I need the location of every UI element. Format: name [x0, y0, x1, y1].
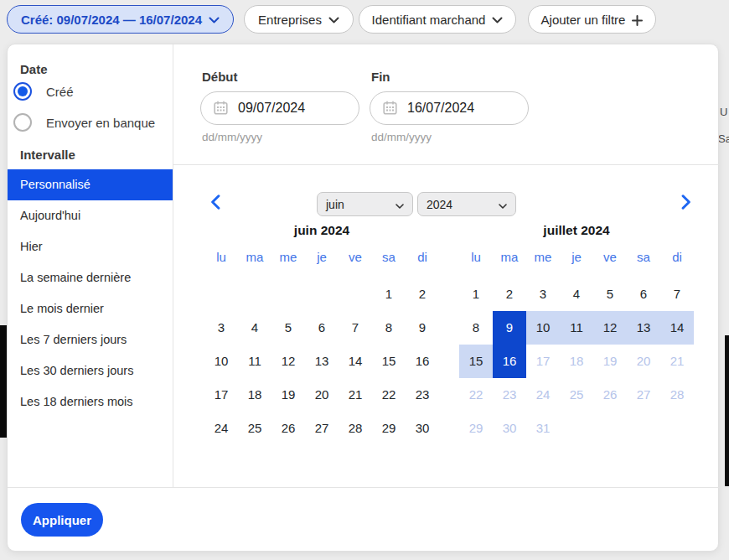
weekday-label: ve — [593, 246, 627, 269]
sidebar-divider — [173, 44, 173, 487]
calendar-day[interactable]: 27 — [305, 412, 339, 445]
calendar-day[interactable]: 8 — [459, 311, 493, 345]
calendar-day[interactable]: 13 — [627, 311, 660, 345]
year-select[interactable]: 2024 — [417, 192, 516, 216]
calendar-day[interactable]: 14 — [339, 345, 372, 378]
weekday-label: lu — [459, 246, 493, 269]
calendar-day[interactable]: 16 — [406, 345, 439, 378]
weekday-header-row: lumamejevesadi — [459, 246, 694, 269]
calendar-day[interactable]: 7 — [660, 277, 694, 311]
calendar-day[interactable]: 6 — [305, 311, 339, 345]
start-date-format-hint: dd/mm/yyyy — [202, 131, 262, 143]
calendar-day[interactable]: 16 — [493, 345, 526, 378]
interval-item-hier[interactable]: Hier — [8, 231, 173, 262]
calendar-day[interactable]: 21 — [339, 378, 372, 412]
calendar-day: 20 — [627, 345, 660, 378]
calendar-day[interactable]: 2 — [493, 277, 526, 311]
calendar-day[interactable]: 5 — [593, 277, 627, 311]
calendar-day[interactable]: 15 — [459, 345, 493, 378]
end-date-input[interactable] — [370, 91, 529, 125]
interval-item-semaine-derniere[interactable]: La semaine dernière — [8, 262, 173, 293]
calendar-day[interactable]: 25 — [238, 412, 271, 445]
filter-pill-created-range[interactable]: Créé: 09/07/2024 — 16/07/2024 — [7, 5, 234, 34]
apply-button[interactable]: Appliquer — [21, 503, 103, 537]
filter-pill-identifiant-marchand[interactable]: Identifiant marchand — [359, 5, 516, 34]
calendar-day[interactable]: 9 — [406, 311, 439, 345]
radio-label: Envoyer en banque — [46, 116, 155, 130]
filter-pill-label: Entreprises — [258, 13, 322, 27]
inputs-divider — [173, 164, 720, 165]
calendar-day[interactable]: 19 — [271, 378, 305, 412]
radio-unselected-icon[interactable] — [13, 113, 32, 132]
calendar-day[interactable]: 7 — [339, 311, 372, 345]
calendar-day[interactable]: 1 — [372, 277, 406, 311]
month-title: juin 2024 — [204, 222, 439, 239]
weekday-label: sa — [627, 246, 660, 269]
date-section-title: Date — [20, 62, 48, 76]
add-filter-button[interactable]: Ajouter un filtre — [528, 5, 656, 34]
calendar-day: 26 — [593, 378, 627, 412]
interval-item-18-derniers-mois[interactable]: Les 18 derniers mois — [8, 386, 173, 417]
calendar-day[interactable]: 2 — [406, 277, 439, 311]
calendar-day[interactable]: 4 — [238, 311, 271, 345]
calendar-day-empty — [660, 412, 694, 445]
calendar-day[interactable]: 9 — [493, 311, 526, 345]
calendar-day-empty — [339, 277, 372, 311]
calendar-day[interactable]: 24 — [204, 412, 238, 445]
chevron-down-icon — [328, 17, 339, 23]
month-select[interactable]: juin — [317, 192, 413, 216]
weekday-label: je — [305, 246, 339, 269]
radio-selected-icon[interactable] — [13, 82, 32, 101]
calendar-day[interactable]: 18 — [238, 378, 271, 412]
interval-item-personnalise[interactable]: Personnalisé — [8, 169, 173, 200]
calendar-day[interactable]: 22 — [372, 378, 406, 412]
calendar-day[interactable]: 10 — [526, 311, 560, 345]
calendar-day[interactable]: 30 — [406, 412, 439, 445]
calendar-day[interactable]: 20 — [305, 378, 339, 412]
calendar-day[interactable]: 14 — [660, 311, 694, 345]
calendar-day: 28 — [660, 378, 694, 412]
previous-month-button[interactable] — [207, 195, 224, 212]
end-date-label: Fin — [371, 70, 390, 84]
calendar-day[interactable]: 29 — [372, 412, 406, 445]
calendar-day[interactable]: 1 — [459, 277, 493, 311]
calendar-day[interactable]: 15 — [372, 345, 406, 378]
calendar-day[interactable]: 28 — [339, 412, 372, 445]
month-title: juillet 2024 — [459, 222, 694, 239]
chevron-down-icon — [209, 17, 220, 23]
interval-item-mois-dernier[interactable]: Le mois dernier — [8, 293, 173, 324]
weekday-label: je — [560, 246, 593, 269]
calendar-day[interactable]: 13 — [305, 345, 339, 378]
calendar-day[interactable]: 4 — [560, 277, 593, 311]
interval-list: Personnalisé Aujourd'hui Hier La semaine… — [8, 169, 173, 417]
next-month-button[interactable] — [678, 195, 695, 212]
calendar-day[interactable]: 3 — [204, 311, 238, 345]
calendar-day[interactable]: 12 — [271, 345, 305, 378]
weekday-label: ma — [238, 246, 271, 269]
calendar-day-empty — [593, 412, 627, 445]
interval-item-7-derniers-jours[interactable]: Les 7 derniers jours — [8, 324, 173, 355]
start-date-input[interactable] — [200, 91, 359, 125]
weekday-label: me — [526, 246, 560, 269]
calendar-days-grid: 1234567891011121314151617181920212223242… — [459, 277, 694, 445]
calendar-day[interactable]: 5 — [271, 311, 305, 345]
calendar-day[interactable]: 12 — [593, 311, 627, 345]
radio-option-envoyer-en-banque[interactable]: Envoyer en banque — [13, 113, 155, 132]
interval-item-30-derniers-jours[interactable]: Les 30 derniers jours — [8, 355, 173, 386]
calendar-day[interactable]: 17 — [204, 378, 238, 412]
weekday-label: sa — [372, 246, 406, 269]
calendar-day[interactable]: 11 — [238, 345, 271, 378]
radio-option-cree[interactable]: Créé — [13, 82, 74, 101]
filter-pill-entreprises[interactable]: Entreprises — [244, 5, 354, 34]
calendar-day[interactable]: 8 — [372, 311, 406, 345]
interval-item-aujourdhui[interactable]: Aujourd'hui — [8, 200, 173, 231]
calendar-day[interactable]: 3 — [526, 277, 560, 311]
calendar-day-empty — [305, 277, 339, 311]
calendar-day[interactable]: 23 — [406, 378, 439, 412]
calendar-days-grid: 1234567891011121314151617181920212223242… — [204, 277, 439, 445]
calendar-day[interactable]: 6 — [627, 277, 660, 311]
calendar-day: 30 — [493, 412, 526, 445]
calendar-day[interactable]: 10 — [204, 345, 238, 378]
calendar-day[interactable]: 26 — [271, 412, 305, 445]
calendar-day[interactable]: 11 — [560, 311, 593, 345]
